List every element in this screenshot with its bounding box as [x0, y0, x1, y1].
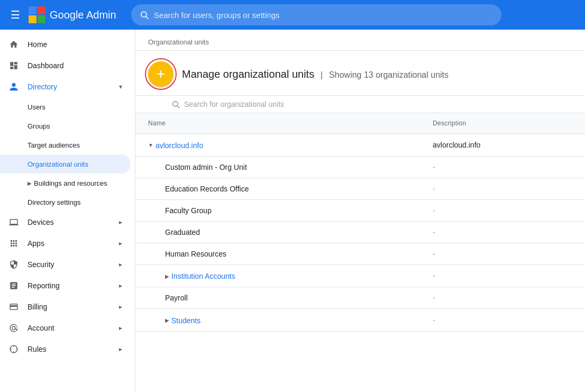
chevron-devices-icon: ▸	[119, 218, 122, 226]
sidebar-label-home: Home	[28, 40, 47, 49]
cell-name: Students	[135, 309, 420, 332]
dashboard-icon	[8, 60, 19, 71]
cell-desc: -	[420, 243, 585, 265]
apps-icon	[8, 238, 19, 249]
main-layout: Home Dashboard Directory ▾ Users Groups …	[0, 30, 585, 392]
search-ou-icon	[171, 100, 180, 108]
table-wrapper: Name Description avlorcloud.info	[135, 113, 585, 332]
sidebar: Home Dashboard Directory ▾ Users Groups …	[0, 30, 135, 392]
at-icon	[8, 323, 19, 333]
sidebar-item-users[interactable]: Users	[0, 97, 131, 116]
table-row: Education Records Office -	[135, 178, 585, 199]
pipe-separator: |	[321, 70, 323, 79]
search-ou-bar	[135, 96, 585, 113]
global-search-bar[interactable]	[131, 4, 501, 25]
expand-institution-button[interactable]: Institution Accounts	[165, 272, 235, 280]
steering-icon	[8, 344, 19, 354]
sidebar-label-dashboard: Dashboard	[28, 61, 64, 70]
laptop-icon	[8, 217, 19, 227]
expand-students-button[interactable]: Students	[165, 316, 200, 325]
sidebar-label-security: Security	[28, 260, 54, 269]
sidebar-item-directory[interactable]: Directory ▾	[0, 76, 131, 97]
content-area: + Manage organizational units | Showing …	[135, 51, 585, 332]
cell-desc: -	[420, 178, 585, 199]
sidebar-item-organizational-units[interactable]: Organizational units	[0, 154, 131, 174]
sidebar-item-home[interactable]: Home	[0, 34, 131, 55]
cell-desc: -	[420, 265, 585, 287]
ou-table: Name Description avlorcloud.info	[135, 113, 585, 332]
sidebar-item-directory-settings[interactable]: Directory settings	[0, 193, 131, 212]
table-row: Payroll -	[135, 287, 585, 309]
sidebar-label-rules: Rules	[28, 345, 47, 353]
cell-desc: -	[420, 199, 585, 221]
sidebar-item-billing[interactable]: Billing ▸	[0, 296, 131, 317]
brand-name: Google Admin	[50, 9, 116, 21]
chevron-right-icon	[165, 317, 169, 323]
sidebar-item-dashboard[interactable]: Dashboard	[0, 55, 131, 76]
sidebar-label-devices: Devices	[28, 218, 54, 226]
sidebar-item-rules[interactable]: Rules ▸	[0, 339, 131, 360]
table-row: Faculty Group -	[135, 199, 585, 221]
cell-name: Institution Accounts	[135, 265, 420, 287]
chevron-right-icon: ▶	[28, 180, 32, 186]
person-icon	[8, 81, 19, 92]
breadcrumb: Organizational units	[135, 30, 585, 51]
search-ou-input[interactable]	[184, 100, 343, 108]
manage-subtitle: Showing 13 organizational units	[329, 70, 449, 79]
table-row: Students -	[135, 309, 585, 332]
table-row: Institution Accounts -	[135, 265, 585, 287]
table-row: Human Resources -	[135, 243, 585, 265]
chevron-security-icon: ▸	[119, 261, 122, 268]
manage-title: Manage organizational units	[182, 68, 314, 80]
cell-name: Graduated	[135, 221, 420, 243]
col-description: Description	[420, 113, 585, 134]
sidebar-item-apps[interactable]: Apps ▸	[0, 233, 131, 254]
cell-desc: -	[420, 287, 585, 309]
sidebar-label-apps: Apps	[28, 239, 44, 248]
chevron-rules-icon: ▸	[119, 345, 122, 353]
col-name: Name	[135, 113, 420, 134]
table-header-row: Name Description	[135, 113, 585, 134]
brand: Google Admin	[29, 6, 116, 23]
bar-chart-icon	[8, 280, 19, 291]
table-row: avlorcloud.info avlorcloud.info	[135, 134, 585, 157]
add-org-unit-button[interactable]: +	[148, 61, 173, 87]
sidebar-item-reporting[interactable]: Reporting ▸	[0, 275, 131, 296]
credit-card-icon	[8, 302, 19, 312]
sidebar-label-account: Account	[28, 324, 54, 332]
table-row: Custom admin - Org Unit -	[135, 156, 585, 178]
svg-line-3	[177, 106, 179, 108]
top-bar: ☰ Google Admin	[0, 0, 585, 30]
shield-icon	[8, 259, 19, 270]
search-input[interactable]	[154, 11, 493, 20]
chevron-account-icon: ▸	[119, 324, 122, 332]
sidebar-item-buildings-resources[interactable]: ▶ Buildings and resources	[0, 174, 131, 193]
cell-desc: -	[420, 309, 585, 332]
sidebar-item-target-audiences[interactable]: Target audiences	[0, 135, 131, 154]
sidebar-item-account[interactable]: Account ▸	[0, 317, 131, 339]
sidebar-item-security[interactable]: Security ▸	[0, 254, 131, 275]
sidebar-item-devices[interactable]: Devices ▸	[0, 212, 131, 233]
cell-name: avlorcloud.info	[135, 134, 420, 157]
chevron-down-icon: ▾	[119, 83, 122, 90]
svg-line-1	[146, 16, 148, 19]
cell-name: Payroll	[135, 287, 420, 309]
sidebar-item-groups[interactable]: Groups	[0, 116, 131, 135]
google-logo	[29, 6, 45, 23]
chevron-apps-icon: ▸	[119, 240, 122, 247]
cell-name: Custom admin - Org Unit	[135, 156, 420, 178]
menu-icon[interactable]: ☰	[8, 6, 22, 23]
main-content: Organizational units + Manage organizati…	[135, 30, 585, 392]
home-icon	[8, 39, 19, 50]
cell-desc: -	[420, 156, 585, 178]
cell-name: Education Records Office	[135, 178, 420, 199]
cell-desc: avlorcloud.info	[420, 134, 585, 157]
cell-desc: -	[420, 221, 585, 243]
search-icon	[140, 10, 149, 20]
manage-header: + Manage organizational units | Showing …	[135, 51, 585, 96]
chevron-billing-icon: ▸	[119, 303, 122, 311]
chevron-down-icon	[148, 142, 153, 148]
cell-name: Human Resources	[135, 243, 420, 265]
expand-avlorcloud-button[interactable]: avlorcloud.info	[148, 141, 203, 150]
table-row: Graduated -	[135, 221, 585, 243]
